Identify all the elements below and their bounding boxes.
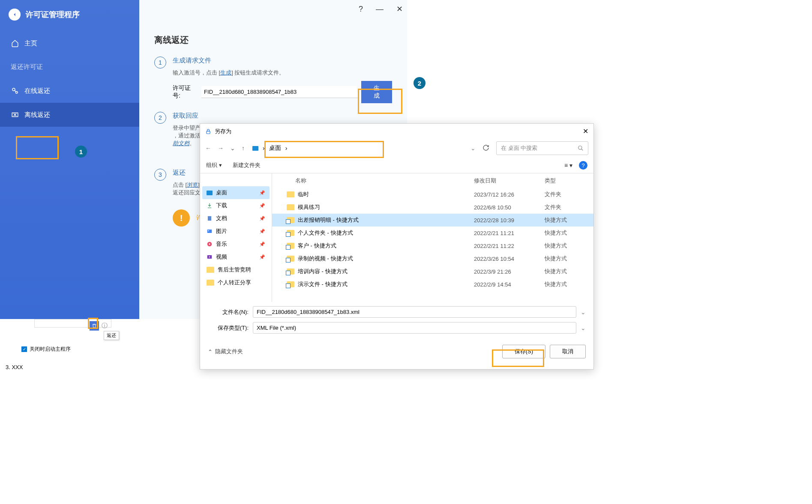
dropdown-icon[interactable]: ⌄ (581, 309, 586, 316)
dialog-footer: ⌃ 隐藏文件夹 保存(S) 取消 (200, 342, 593, 364)
sidebar: 许可证管理程序 主页 返还许可证 在线返还 离线返还 1 (0, 0, 139, 319)
hide-folders-toggle[interactable]: ⌃ 隐藏文件夹 (208, 348, 243, 355)
help-doc-link[interactable]: 助文档 (173, 140, 189, 146)
tree-item[interactable]: 视频📌 (202, 251, 270, 263)
dialog-title: 另存为 (215, 128, 231, 135)
sidebar-item-offline-return[interactable]: 离线返还 (0, 103, 139, 127)
info-icon[interactable]: ⓘ (100, 321, 109, 331)
dialog-close-icon[interactable]: ✕ (583, 127, 588, 135)
help-icon[interactable]: ? (579, 161, 587, 170)
numbered-text: 3. XXX (6, 364, 23, 370)
svg-rect-3 (207, 131, 210, 134)
minimize-icon[interactable]: — (376, 5, 384, 14)
svg-point-0 (12, 88, 15, 91)
annotation-badge-1: 1 (75, 146, 87, 158)
back-button[interactable] (9, 9, 21, 21)
browse-link[interactable]: 浏览 (187, 182, 198, 188)
close-icon[interactable]: ✕ (396, 4, 403, 14)
auto-start-checkbox[interactable]: ✓ 关闭时启动主程序 (21, 346, 137, 353)
sidebar-item-home[interactable]: 主页 (0, 31, 139, 55)
sidebar-label: 离线返还 (24, 111, 50, 119)
breadcrumb-desktop[interactable]: 桌面 (269, 144, 281, 152)
nav-back-icon[interactable]: ← (205, 145, 211, 152)
app-title: 许可证管理程序 (26, 9, 80, 20)
filename-input[interactable] (253, 306, 576, 318)
tree-item[interactable]: 音乐📌 (202, 238, 270, 251)
offline-icon (11, 110, 19, 119)
sidebar-label: 返还许可证 (11, 63, 43, 71)
file-row[interactable]: 录制的视频 - 快捷方式2022/3/26 10:54快捷方式 (272, 252, 593, 265)
step-title: 获取回应 (173, 112, 392, 120)
tree-item[interactable]: 售后主管竞聘 (202, 263, 270, 276)
lock-icon (205, 128, 211, 134)
panel-title: 离线返还 (154, 34, 392, 46)
home-icon (11, 39, 19, 48)
dialog-body: 桌面📌下载📌文档📌图片📌音乐📌视频📌售后主管竞聘个人转正分享 名称 修改日期 类… (200, 173, 593, 302)
step-number: 2 (154, 112, 166, 124)
organize-button[interactable]: 组织 ▾ (206, 161, 222, 169)
trash-icon[interactable] (90, 321, 99, 331)
license-row: 许可证号: 生成 (173, 81, 392, 103)
file-list: 名称 修改日期 类型 临时2023/7/12 16:26文件夹模具练习2022/… (272, 173, 593, 302)
file-row[interactable]: 模具练习2022/6/8 10:50文件夹 (272, 201, 593, 214)
tree-item[interactable]: 下载📌 (202, 199, 270, 212)
sidebar-header: 许可证管理程序 (0, 0, 139, 31)
help-icon[interactable]: ? (359, 5, 363, 14)
tree-item[interactable]: 个人转正分享 (202, 276, 270, 289)
save-button[interactable]: 保存(S) (502, 345, 545, 358)
filetype-label: 保存类型(T): (208, 324, 249, 332)
file-row[interactable]: 临时2023/7/12 16:26文件夹 (272, 188, 593, 201)
desktop-icon (252, 146, 258, 151)
sidebar-label: 在线返还 (24, 87, 50, 95)
online-icon (11, 86, 19, 95)
svg-point-4 (578, 146, 582, 149)
step-desc: 输入激活号，点击 [生成] 按钮生成请求文件。 (173, 69, 392, 77)
dialog-toolbar: 组织 ▾ 新建文件夹 ≡ ▾ ? (200, 158, 593, 173)
dialog-titlebar: 另存为 ✕ (200, 124, 593, 139)
svg-rect-5 (208, 216, 211, 221)
annotation-badge-2: 2 (413, 77, 425, 89)
breadcrumb-sep: › (263, 145, 265, 152)
refresh-icon[interactable] (480, 142, 492, 155)
column-name[interactable]: 名称 (278, 177, 474, 185)
license-input[interactable] (201, 86, 358, 98)
view-mode-icon[interactable]: ≡ ▾ (564, 162, 572, 169)
file-row[interactable]: 出差报销明细 - 快捷方式2022/2/28 10:39快捷方式 (272, 214, 593, 227)
cancel-button[interactable]: 取消 (550, 345, 586, 358)
file-row[interactable]: 培训内容 - 快捷方式2022/3/9 21:26快捷方式 (272, 265, 593, 278)
chevron-up-icon: ⌃ (208, 349, 213, 355)
column-date[interactable]: 修改日期 (474, 177, 545, 185)
column-type[interactable]: 类型 (545, 177, 587, 185)
filetype-input[interactable] (253, 322, 576, 334)
tooltip: 返还 (104, 331, 119, 340)
search-icon (578, 145, 584, 151)
step-number: 3 (154, 169, 166, 181)
breadcrumb-sep: › (285, 145, 288, 152)
nav-down-icon[interactable]: ⌄ (230, 145, 235, 152)
dropdown-icon[interactable]: ⌄ (581, 325, 586, 331)
highlight-offline-return (16, 136, 59, 159)
generate-link[interactable]: 生成 (220, 69, 231, 76)
search-placeholder: 在 桌面 中搜索 (501, 144, 537, 152)
sidebar-section-return: 返还许可证 (0, 55, 139, 79)
address-bar[interactable]: › 桌面 › (249, 143, 466, 154)
new-folder-button[interactable]: 新建文件夹 (233, 161, 261, 169)
window-controls: ? — ✕ (359, 4, 403, 14)
svg-rect-6 (207, 230, 212, 233)
svg-point-7 (208, 230, 209, 231)
nav-forward-icon[interactable]: → (218, 145, 224, 152)
tree-item[interactable]: 桌面📌 (202, 186, 270, 199)
step-title: 生成请求文件 (173, 57, 392, 65)
file-row[interactable]: 演示文件 - 快捷方式2022/2/9 14:54快捷方式 (272, 278, 593, 291)
file-row[interactable]: 客户 - 快捷方式2022/2/21 11:22快捷方式 (272, 239, 593, 252)
tree-item[interactable]: 文档📌 (202, 212, 270, 225)
tree-item[interactable]: 图片📌 (202, 225, 270, 238)
search-input[interactable]: 在 桌面 中搜索 (496, 141, 588, 155)
file-row[interactable]: 个人文件夹 - 快捷方式2022/2/21 11:21快捷方式 (272, 227, 593, 239)
nav-up-icon[interactable]: ↑ (242, 145, 245, 152)
generate-button[interactable]: 生成 (361, 81, 392, 103)
file-list-header: 名称 修改日期 类型 (272, 173, 593, 188)
address-dropdown-icon[interactable]: ⌄ (470, 145, 476, 152)
sidebar-item-online-return[interactable]: 在线返还 (0, 79, 139, 103)
license-label: 许可证号: (173, 84, 198, 100)
